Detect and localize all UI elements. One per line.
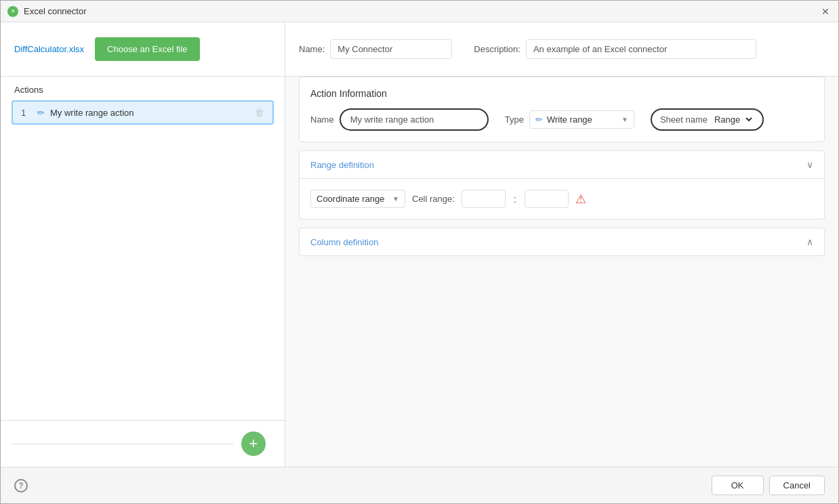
window-title: Excel connector <box>24 6 87 16</box>
type-value: Write range <box>547 114 617 125</box>
description-group: Description: <box>474 39 756 59</box>
actions-label: Actions <box>1 77 285 100</box>
action-name-label: Name <box>310 114 334 125</box>
name-field-wrapper <box>340 108 489 131</box>
range-body: Coordinate range ▼ Cell range: : ⚠ <box>300 179 824 219</box>
left-panel: DiffCalculator.xlsx Choose an Excel file… <box>1 22 285 467</box>
name-group: Name: <box>299 39 452 59</box>
file-link[interactable]: DiffCalculator.xlsx <box>14 44 84 54</box>
add-action-area: + <box>1 420 285 467</box>
actions-list: 1 ✏ My write range action 🗑 <box>1 100 285 420</box>
sheet-name-select[interactable]: Range <box>712 114 754 125</box>
name-label: Name: <box>299 44 325 54</box>
cell-range-label: Cell range: <box>412 194 455 204</box>
connector-name-input[interactable] <box>330 39 452 59</box>
range-separator: : <box>514 194 516 205</box>
right-panel: Name: Description: Action Information Na… <box>285 22 838 467</box>
action-name-input[interactable] <box>340 108 489 131</box>
coordinate-dropdown-icon: ▼ <box>392 195 399 203</box>
range-title: Range definition <box>310 160 374 170</box>
range-header[interactable]: Range definition ∨ <box>300 151 824 179</box>
type-label: Type <box>505 114 524 125</box>
column-definition-section: Column definition ∧ <box>299 228 825 256</box>
coordinate-type-select[interactable]: Coordinate range ▼ <box>310 190 405 208</box>
type-dropdown-icon: ▼ <box>621 116 628 123</box>
title-bar-left: Excel connector <box>7 6 87 17</box>
excel-connector-window: Excel connector ✕ DiffCalculator.xlsx Ch… <box>0 0 839 504</box>
action-delete-button[interactable]: 🗑 <box>255 107 264 118</box>
ok-button[interactable]: OK <box>712 476 764 495</box>
error-icon: ⚠ <box>575 192 586 207</box>
description-label: Description: <box>474 44 520 54</box>
column-collapse-icon: ∧ <box>806 236 813 247</box>
type-group: Type ✏ Write range ▼ <box>505 110 634 129</box>
choose-file-button[interactable]: Choose an Excel file <box>95 37 200 61</box>
range-definition-section: Range definition ∨ Coordinate range ▼ Ce… <box>299 150 825 219</box>
range-collapse-icon: ∨ <box>806 159 813 170</box>
close-button[interactable]: ✕ <box>819 5 832 18</box>
add-action-button[interactable]: + <box>241 432 266 456</box>
bottom-buttons: OK Cancel <box>712 476 825 495</box>
connector-description-input[interactable] <box>526 39 756 59</box>
cancel-button[interactable]: Cancel <box>769 476 825 495</box>
cell-range-end-input[interactable] <box>525 190 569 208</box>
action-info-row: Name Type ✏ Write range ▼ <box>310 108 813 131</box>
action-type-icon: ✏ <box>37 108 45 118</box>
bottom-bar: ? OK Cancel <box>1 467 838 503</box>
action-item[interactable]: 1 ✏ My write range action 🗑 <box>12 100 274 125</box>
sheet-name-label: Sheet name <box>660 114 708 125</box>
divider <box>12 444 233 444</box>
column-title: Column definition <box>310 237 378 247</box>
column-header[interactable]: Column definition ∧ <box>300 228 824 255</box>
main-content: DiffCalculator.xlsx Choose an Excel file… <box>1 22 838 467</box>
action-info-card: Action Information Name Type <box>299 77 825 142</box>
app-icon <box>7 6 18 17</box>
action-number: 1 <box>21 108 32 118</box>
action-name: My write range action <box>50 108 249 118</box>
title-bar: Excel connector ✕ <box>1 1 838 22</box>
help-button[interactable]: ? <box>14 479 28 492</box>
action-name-group: Name <box>310 108 489 131</box>
file-section: DiffCalculator.xlsx Choose an Excel file <box>1 22 285 77</box>
cell-range-start-input[interactable] <box>462 190 506 208</box>
action-info-title: Action Information <box>310 88 813 99</box>
type-select[interactable]: ✏ Write range ▼ <box>529 110 634 129</box>
coordinate-type-value: Coordinate range <box>316 194 388 204</box>
sheet-name-group[interactable]: Sheet name Range <box>651 108 764 131</box>
actions-section: Actions 1 ✏ My write range action 🗑 + <box>1 77 285 467</box>
spacer <box>285 256 838 467</box>
type-icon: ✏ <box>535 114 543 125</box>
connector-info: Name: Description: <box>285 22 838 77</box>
